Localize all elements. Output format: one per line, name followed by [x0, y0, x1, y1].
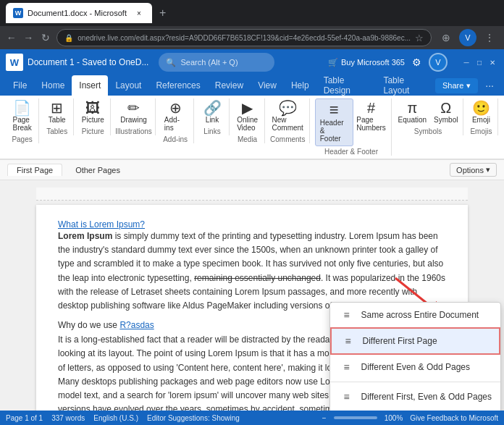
- options-button[interactable]: Options ▾: [450, 163, 497, 177]
- word-titlebar: W Document 1 - Saved to OneD... 🔍 Search…: [0, 49, 504, 75]
- tab-layout[interactable]: Layout: [108, 75, 148, 96]
- ribbon: File Home Insert Layout References Revie…: [0, 75, 504, 160]
- tab-review[interactable]: Review: [208, 75, 251, 96]
- ribbon-group-addins: ⊕ Add-ins Add-ins: [157, 98, 195, 143]
- nav-reload-button[interactable]: ↻: [40, 29, 51, 46]
- tab-view[interactable]: View: [251, 75, 284, 96]
- editor-suggestions-status: Editor Suggestions: Showing: [147, 414, 240, 422]
- address-bar[interactable]: 🔒 onedrive.live.com/edit.aspx?resid=A9DD…: [56, 29, 432, 46]
- tab-table-design[interactable]: Table Design: [316, 75, 377, 96]
- browser-chrome: W Document1.docx - Microsoft W... × +: [0, 0, 504, 26]
- ribbon-group-links: 🔗 Link Links: [196, 98, 229, 135]
- options-arrow-icon: ▾: [486, 165, 490, 174]
- share-arrow-icon: ▾: [466, 81, 471, 91]
- media-group-label: Media: [238, 135, 257, 143]
- word-app: W Document 1 - Saved to OneD... 🔍 Search…: [0, 49, 504, 425]
- emoji-icon: 🙂: [472, 101, 490, 115]
- share-button[interactable]: Share ▾: [435, 78, 478, 93]
- user-avatar[interactable]: V: [429, 53, 448, 72]
- hf-tab-other-pages[interactable]: Other Pages: [67, 164, 129, 176]
- zoom-out-button[interactable]: −: [322, 414, 327, 422]
- search-icon: 🔍: [166, 58, 176, 67]
- addins-button[interactable]: ⊕ Add-ins: [161, 98, 190, 134]
- dropdown-item-different-all[interactable]: ≡ Different First, Even & Odd Pages: [330, 384, 500, 409]
- status-bar: Page 1 of 1 337 words English (U.S.) Edi…: [0, 411, 504, 425]
- cart-icon: 🛒: [328, 58, 338, 67]
- document-area: What is Lorem Ipsum? Lorem Ipsum is simp…: [0, 180, 504, 411]
- header-footer-button[interactable]: ≡ Header &Footer: [315, 98, 353, 146]
- addins-icon: ⊕: [169, 101, 182, 115]
- tables-group-label: Tables: [46, 127, 67, 135]
- tab-home[interactable]: Home: [34, 75, 72, 96]
- settings-icon[interactable]: ⚙: [412, 56, 421, 68]
- star-icon[interactable]: ☆: [415, 33, 424, 43]
- pages-group-label: Pages: [12, 135, 32, 143]
- picture-button[interactable]: 🖼 Picture: [79, 98, 107, 126]
- header-footer-group-label: Header & Footer: [324, 148, 378, 156]
- extensions-icon[interactable]: ⊕: [437, 29, 455, 46]
- ribbon-group-symbols: π Equation Ω Symbol Symbols: [393, 98, 463, 135]
- zoom-slider[interactable]: [334, 416, 377, 419]
- new-tab-button[interactable]: +: [156, 4, 169, 22]
- illustrations-group-label: Illustrations: [115, 127, 152, 135]
- buy-microsoft-365[interactable]: 🛒 Buy Microsoft 365: [328, 58, 405, 67]
- page-numbers-button[interactable]: # PageNumbers: [355, 98, 388, 134]
- buy-label: Buy Microsoft 365: [341, 58, 405, 67]
- word-right-actions: 🛒 Buy Microsoft 365 ⚙ V ─ □ ✕: [328, 53, 498, 72]
- comments-group-label: Comments: [270, 135, 305, 143]
- tab-file[interactable]: File: [6, 75, 34, 96]
- dropdown-item-different-even-odd[interactable]: ≡ Different Even & Odd Pages: [330, 355, 500, 379]
- close-button[interactable]: ✕: [487, 56, 498, 68]
- tab-help[interactable]: Help: [284, 75, 316, 96]
- ribbon-group-illustrations: ✏ Drawing Illustrations: [112, 98, 156, 135]
- page-numbers-label: PageNumbers: [356, 116, 386, 132]
- symbols-group-label: Symbols: [414, 127, 442, 135]
- share-label: Share: [442, 81, 463, 90]
- equation-button[interactable]: π Equation: [395, 98, 429, 126]
- browser-actions: ⊕ V ⋮: [437, 29, 498, 46]
- feedback-link[interactable]: Give Feedback to Microsoft: [410, 414, 498, 422]
- link-button[interactable]: 🔗 Link: [199, 98, 225, 126]
- more-options-icon[interactable]: ⋮: [481, 29, 498, 46]
- tab-close-icon[interactable]: ×: [133, 7, 145, 19]
- different-even-odd-label: Different Even & Odd Pages: [361, 362, 470, 372]
- profile-icon[interactable]: V: [459, 29, 476, 46]
- tab-title: Document1.docx - Microsoft W...: [28, 9, 129, 17]
- nav-back-button[interactable]: ←: [6, 29, 17, 46]
- emoji-button[interactable]: 🙂 Emoji: [468, 98, 494, 126]
- addins-label: Add-ins: [164, 116, 187, 132]
- lorem-ipsum-bold: Lorem Ipsum: [58, 231, 112, 241]
- window-controls: ─ □ ✕: [461, 56, 498, 68]
- online-video-button[interactable]: ▶ OnlineVideo: [234, 98, 261, 134]
- table-button[interactable]: ⊞ Table: [44, 98, 70, 126]
- hf-tab-first-page[interactable]: First Page: [7, 164, 62, 176]
- nav-forward-button[interactable]: →: [22, 29, 33, 46]
- tab-references[interactable]: References: [148, 75, 207, 96]
- word-search[interactable]: 🔍 Search (Alt + Q): [159, 53, 274, 72]
- dropdown-item-same[interactable]: ≡ Same across Entire Document: [330, 303, 500, 327]
- picture-icon: 🖼: [85, 101, 100, 115]
- page-break-button[interactable]: 📄 PageBreak: [9, 98, 35, 134]
- ribbon-group-tables: ⊞ Table Tables: [41, 98, 74, 135]
- symbol-button[interactable]: Ω Symbol: [431, 98, 461, 126]
- emojis-group-label: Emojis: [470, 127, 492, 135]
- ribbon-more-button[interactable]: ···: [481, 77, 498, 94]
- symbol-label: Symbol: [434, 116, 458, 124]
- drawing-label: Drawing: [120, 116, 147, 124]
- equation-label: Equation: [398, 116, 427, 124]
- tab-insert[interactable]: Insert: [72, 75, 108, 96]
- maximize-button[interactable]: □: [474, 56, 485, 68]
- new-comment-button[interactable]: 💬 NewComment: [269, 98, 306, 134]
- ribbon-group-media: ▶ OnlineVideo Media: [231, 98, 265, 143]
- word-count: 337 words: [51, 414, 85, 422]
- lorem-ipsum-link[interactable]: What is Lorem Ipsum?: [58, 219, 145, 230]
- ribbon-content: 📄 PageBreak Pages ⊞ Table Tables: [0, 96, 504, 159]
- tab-table-layout[interactable]: Table Layout: [376, 75, 435, 96]
- ribbon-group-header-footer: ≡ Header &Footer # PageNumbers Header & …: [311, 98, 392, 156]
- minimize-button[interactable]: ─: [461, 56, 472, 68]
- table-label: Table: [49, 116, 66, 124]
- dropdown-item-different-first[interactable]: ≡ Different First Page: [330, 327, 500, 355]
- section2-link[interactable]: R?asdas: [119, 320, 154, 330]
- browser-tab[interactable]: W Document1.docx - Microsoft W... ×: [6, 3, 152, 23]
- drawing-button[interactable]: ✏ Drawing: [117, 98, 150, 126]
